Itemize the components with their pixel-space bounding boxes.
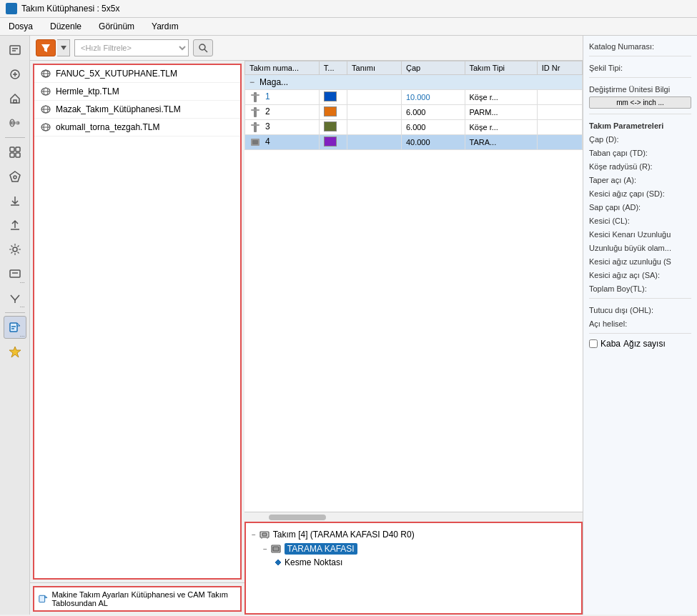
kaba-row: Kaba Ağız sayısı <box>589 339 691 349</box>
file-icon-3 <box>40 121 51 133</box>
param-tl: Toplam Boy(TL): <box>589 284 691 293</box>
svg-rect-14 <box>16 153 20 157</box>
row3-color <box>324 121 337 131</box>
svg-rect-47 <box>254 122 257 132</box>
unit-convert-button[interactable]: mm <-> inch ... <box>589 96 691 109</box>
row4-desc <box>347 135 402 150</box>
kaba-checkbox[interactable] <box>589 339 598 348</box>
table-row-3[interactable]: 3 6.000 Köşe r... <box>245 120 583 135</box>
param-sagiz: Kesici ağız uzunluğu (S <box>589 257 691 266</box>
toolbar-btn-3[interactable] <box>4 87 26 110</box>
toolbar-btn-6[interactable] <box>4 165 26 188</box>
param-helisel: Açı helisel: <box>589 319 691 328</box>
mag-minus: − <box>249 77 254 87</box>
file-item-2[interactable]: Mazak_Takım_Kütüphanesi.TLM <box>34 101 240 119</box>
agiz-label: Ağız sayısı <box>623 339 666 349</box>
search-button[interactable] <box>193 39 213 56</box>
divider-1 <box>589 56 691 56</box>
main-layout: <Hızlı Filtrele> <box>0 36 697 615</box>
divider-2 <box>589 77 691 78</box>
kaba-label: Kaba <box>600 339 621 349</box>
right-panel: Katalog Numarası: Şekil Tipi: Değiştirme… <box>583 36 697 615</box>
svg-line-29 <box>204 49 207 52</box>
magazine-row[interactable]: − Maga... <box>245 75 583 90</box>
toolbar-btn-download[interactable] <box>4 189 26 212</box>
toolbar-btn-import[interactable] <box>4 316 26 339</box>
row1-num: 1 <box>265 91 270 101</box>
svg-rect-12 <box>16 147 20 151</box>
menu-gorunum[interactable]: Görünüm <box>96 20 137 33</box>
quick-filter-select[interactable]: <Hızlı Filtrele> <box>74 39 189 56</box>
tool-icon-1 <box>249 91 261 103</box>
table-row-1[interactable]: 1 10.000 Köşe r... <box>245 90 583 105</box>
svg-rect-6 <box>14 100 16 103</box>
file-item-1[interactable]: Hermle_ktp.TLM <box>34 83 240 101</box>
tree-item-1[interactable]: − Takım [4] (TARAMA KAFASI D40 R0) <box>252 527 575 542</box>
row3-cap: 6.000 <box>401 120 465 135</box>
filter-dropdown-btn[interactable] <box>57 39 70 56</box>
svg-rect-48 <box>251 124 259 126</box>
svg-point-18 <box>13 247 17 252</box>
toolbar-btn-5[interactable] <box>4 141 26 164</box>
file-item-0[interactable]: FANUC_5X_KUTUPHANE.TLM <box>34 65 240 83</box>
row4-cap: 40.000 <box>401 135 465 150</box>
toolbar-btn-2[interactable] <box>4 63 26 86</box>
row1-desc <box>347 90 402 105</box>
menu-duzenle[interactable]: Düzenle <box>47 20 84 33</box>
toolbar-btn-settings[interactable] <box>4 238 26 261</box>
svg-rect-13 <box>10 153 14 157</box>
col-header-t: T... <box>319 61 347 75</box>
row4-num: 4 <box>265 136 270 146</box>
toolbar-btn-upload[interactable] <box>4 214 26 237</box>
table-row-2[interactable]: 2 6.000 PARM... <box>245 105 583 120</box>
svg-rect-52 <box>262 533 267 536</box>
row2-id <box>537 105 582 120</box>
content-area: <Hızlı Filtrele> <box>30 36 583 615</box>
svg-marker-27 <box>61 46 66 50</box>
svg-rect-46 <box>251 109 259 111</box>
tool-icon-3 <box>249 121 261 133</box>
toolbar-btn-1[interactable] <box>4 39 26 61</box>
file-name-2: Mazak_Takım_Kütüphanesi.TLM <box>56 104 181 114</box>
menu-yardim[interactable]: Yardım <box>149 20 182 33</box>
row4-id <box>537 135 582 150</box>
file-item-3[interactable]: okumall_torna_tezgah.TLM <box>34 119 240 136</box>
filter-button[interactable] <box>36 39 56 56</box>
toolbar-left <box>0 36 30 615</box>
col-header-tip: Takım Tipi <box>465 61 537 75</box>
param-sd: Kesici ağız çapı (SD): <box>589 189 691 198</box>
tree-item-3[interactable]: Kesme Noktası <box>275 556 575 569</box>
divider-5 <box>589 333 691 334</box>
svg-rect-22 <box>10 323 17 332</box>
svg-rect-50 <box>252 140 258 144</box>
table-row-4[interactable]: 4 40.000 TARA... <box>245 135 583 150</box>
tool-icon-2 <box>249 106 261 118</box>
param-td: Taban çapı (TD): <box>589 149 691 157</box>
tree-item-2[interactable]: − TARAMA KAFASI <box>263 542 575 556</box>
toolbar-btn-more2[interactable] <box>4 287 26 309</box>
toolbar-btn-more1[interactable] <box>4 262 26 285</box>
toolbar-btn-4[interactable] <box>4 111 26 134</box>
menu-dosya[interactable]: Dosya <box>6 20 36 33</box>
param-a: Taper açı (A): <box>589 176 691 184</box>
import-icon <box>39 593 48 605</box>
tool-icon-4 <box>249 136 261 148</box>
scrollbar-thumb[interactable] <box>269 515 326 520</box>
svg-rect-11 <box>10 147 14 151</box>
table-scrollbar[interactable] <box>244 512 583 522</box>
file-icon-2 <box>40 104 51 115</box>
left-sub-panel: FANUC_5X_KUTUPHANE.TLM Hermle_ktp.TLM <box>30 61 244 615</box>
row4-tip: TARA... <box>465 135 537 150</box>
unit-label: Değiştirme Ünitesi Bilgi <box>589 85 691 94</box>
param-kenar: Kesici Kenarı Uzunluğu <box>589 230 691 239</box>
tree-tool-icon <box>270 543 282 555</box>
toolbar-divider-2 <box>5 312 25 313</box>
row3-tip: Köşe r... <box>465 120 537 135</box>
svg-rect-9 <box>12 122 18 124</box>
svg-marker-57 <box>275 560 281 565</box>
toolbar-btn-star[interactable] <box>4 340 26 363</box>
app-icon <box>6 3 17 14</box>
svg-marker-26 <box>41 44 50 52</box>
svg-rect-56 <box>273 547 279 551</box>
col-header-id: ID Nr <box>537 61 582 75</box>
